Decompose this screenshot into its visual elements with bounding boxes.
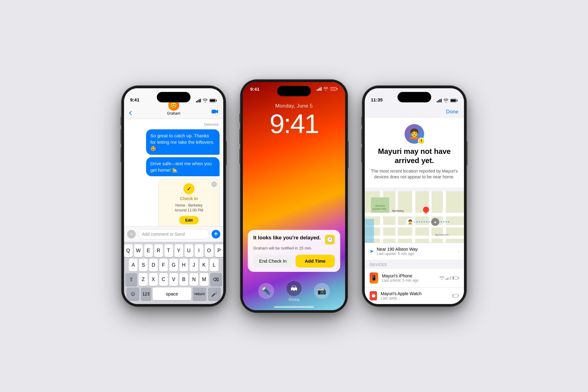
phones-container: 9:41	[122, 80, 466, 313]
key-b[interactable]: B	[179, 273, 188, 286]
checkin-subtext: The most recent location reported by May…	[371, 168, 458, 180]
volume-down-button[interactable]	[121, 147, 122, 162]
messages-content: 😊 Graham Delivered So great to catch	[124, 88, 223, 304]
checkin-signal-icon	[437, 99, 442, 102]
svg-rect-2	[199, 99, 200, 102]
key-shift[interactable]: ⇧	[125, 273, 137, 286]
home-indicator-2	[274, 306, 314, 308]
add-attachment-button[interactable]: +	[127, 230, 136, 238]
watch-info: Mayuri's Apple Watch Last upda...	[381, 291, 449, 300]
key-return[interactable]: return	[193, 287, 206, 300]
lock-status-icons	[317, 87, 338, 91]
signal-icon	[196, 99, 201, 102]
key-k[interactable]: K	[200, 259, 208, 272]
key-123[interactable]: 123	[141, 287, 151, 300]
add-time-button[interactable]: Add Time	[296, 255, 335, 268]
phone-lockscreen: 9:41	[240, 80, 348, 313]
power-button[interactable]	[225, 141, 227, 166]
delay-buttons: End Check In Add Time	[253, 255, 335, 268]
delay-card-header: It looks like you're delayed. 🕐	[253, 235, 335, 245]
power-button-2[interactable]	[347, 141, 349, 169]
send-button[interactable]	[212, 230, 220, 238]
watch-battery-status	[452, 294, 459, 298]
dock-driving-icon[interactable]	[286, 280, 302, 296]
done-button[interactable]: Done	[446, 109, 458, 115]
volume-up-button-3[interactable]	[361, 129, 363, 144]
svg-rect-8	[317, 89, 318, 91]
volume-up-button[interactable]	[121, 129, 122, 144]
dock-flashlight[interactable]: 🔦	[258, 283, 274, 299]
key-n[interactable]: N	[190, 273, 198, 286]
key-q[interactable]: Q	[124, 244, 133, 257]
key-h[interactable]: H	[179, 259, 188, 272]
key-l[interactable]: L	[210, 259, 218, 272]
iphone-last: Last unlock: 5 min ago	[382, 278, 436, 283]
video-call-button[interactable]	[212, 108, 218, 116]
svg-rect-31	[412, 191, 415, 242]
key-u[interactable]: U	[185, 244, 193, 257]
end-checkin-button[interactable]: End Check In	[253, 255, 292, 268]
key-m[interactable]: M	[200, 273, 208, 286]
clock-icon: 🕐	[325, 235, 335, 245]
watch-last: Last upda...	[381, 296, 449, 300]
svg-rect-10	[319, 88, 320, 91]
key-o[interactable]: O	[205, 244, 213, 257]
checkin-card-detail: Home · Berkeley Around 11:00 PM	[175, 203, 203, 213]
key-i[interactable]: I	[195, 244, 203, 257]
checkin-map[interactable]: Berkeley Aquatic Park 🧑‍🦱	[365, 191, 464, 242]
message-bubble-1: So great to catch up. Thanks for letting…	[146, 129, 220, 155]
lock-signal-icon	[317, 87, 322, 91]
svg-rect-37	[365, 219, 374, 242]
key-r[interactable]: R	[154, 244, 163, 257]
key-mic[interactable]: 🎤	[208, 287, 221, 300]
device-row-watch[interactable]: ⌚ Mayuri's Apple Watch Last upda...	[365, 287, 464, 304]
key-j[interactable]: J	[190, 259, 198, 272]
key-s[interactable]: S	[139, 259, 148, 272]
key-v[interactable]: V	[169, 273, 178, 286]
checkin-header-card: 🧑‍🦱 ! Mayuri may not have arrived yet. T…	[365, 118, 464, 188]
key-e[interactable]: E	[144, 244, 153, 257]
key-a[interactable]: A	[129, 259, 138, 272]
location-row[interactable]: ➤ Near 190 Allston Way Last update: 5 mi…	[365, 243, 464, 260]
power-button-3[interactable]	[466, 141, 467, 166]
svg-rect-52	[453, 295, 454, 297]
key-d[interactable]: D	[149, 259, 158, 272]
key-y[interactable]: Y	[175, 244, 183, 257]
keyboard-bottom-row: ☺ 123 space return 🎤	[125, 287, 222, 300]
dock-camera[interactable]: 📷	[314, 283, 330, 299]
key-g[interactable]: G	[169, 259, 178, 272]
key-delete[interactable]: ⌫	[210, 273, 222, 286]
volume-down-button-2[interactable]	[239, 149, 241, 164]
status-time-messages: 9:41	[130, 97, 139, 102]
mute-button-2[interactable]	[239, 113, 241, 123]
svg-rect-32	[429, 191, 432, 242]
keyboard[interactable]: Q W E R T Y U I O P A S	[124, 242, 223, 304]
key-w[interactable]: W	[134, 244, 143, 257]
key-p[interactable]: P	[215, 244, 224, 257]
checkin-close-button[interactable]: ✕	[211, 181, 217, 187]
key-z[interactable]: Z	[139, 273, 147, 286]
key-emoji[interactable]: ☺	[126, 287, 139, 300]
mute-button-3[interactable]	[361, 116, 363, 126]
back-button[interactable]	[129, 111, 132, 116]
key-t[interactable]: T	[164, 244, 173, 257]
message-input[interactable]: Add comment or Send	[138, 229, 209, 239]
message-placeholder: Add comment or Send	[142, 232, 185, 237]
checkin-screen: 11:35	[365, 88, 464, 304]
checkin-edit-button[interactable]: Edit	[179, 216, 199, 224]
key-space[interactable]: space	[153, 287, 191, 300]
device-row-iphone[interactable]: 📱 Mayuri's iPhone Last unlock: 5 min ago	[365, 269, 464, 287]
checkin-heading: Mayuri may not have arrived yet.	[371, 147, 458, 165]
mute-button[interactable]	[121, 116, 122, 126]
volume-down-button-3[interactable]	[361, 147, 363, 162]
volume-up-button-2[interactable]	[239, 129, 241, 144]
svg-rect-1	[198, 100, 198, 102]
devices-section: DEVICES	[365, 260, 464, 269]
lock-dock: 🔦 Driving	[243, 277, 345, 306]
delay-card: It looks like you're delayed. 🕐 Graham w…	[248, 230, 340, 272]
key-x[interactable]: X	[149, 273, 158, 286]
key-c[interactable]: C	[159, 273, 168, 286]
svg-rect-21	[441, 99, 442, 102]
svg-text:Berkeley: Berkeley	[375, 204, 385, 207]
key-f[interactable]: F	[159, 259, 168, 272]
